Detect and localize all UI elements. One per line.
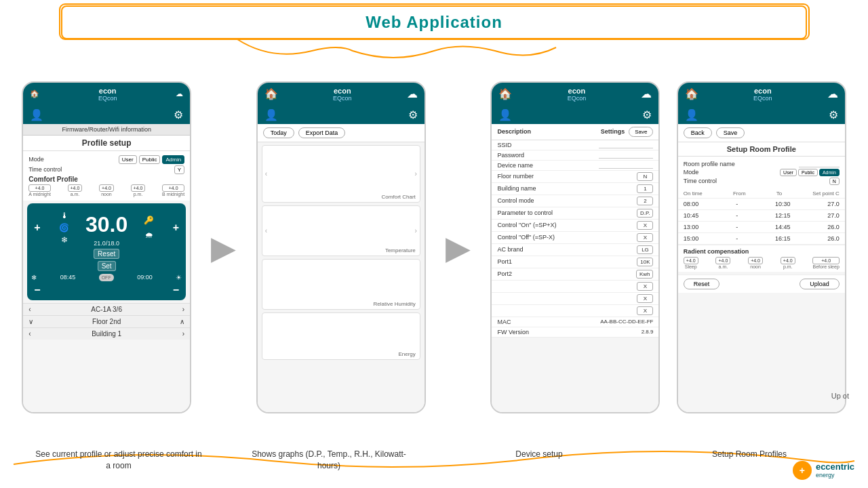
minus-btn-left[interactable]: − [31, 284, 43, 296]
phone2-header: 🏠 econ EQcon ☁ [258, 83, 425, 106]
comfort-btn-4: +4.0 B midnight [162, 184, 184, 197]
ac-brand-val[interactable]: LG [637, 245, 653, 254]
reset-set-row: Reset [31, 249, 182, 259]
desc-1: See current profile or adjust precise co… [34, 449, 203, 472]
humidity-chart: Relative Humidity [262, 259, 420, 310]
arrow-2: ▶ [442, 228, 474, 266]
chart2-nav-left[interactable]: ‹ [265, 227, 267, 235]
logo-text-area: eccentric energy [816, 462, 854, 479]
time-to-0: 10:30 [775, 201, 791, 207]
nav-left-chevron-1[interactable]: ‹ [28, 306, 31, 313]
chart1-nav-right[interactable]: › [414, 170, 416, 178]
p4-mode-label: Mode [684, 169, 699, 176]
nav-chevron-up[interactable]: ∧ [180, 318, 184, 325]
extra3-val[interactable]: X [637, 306, 653, 315]
extra1-val[interactable]: X [637, 282, 653, 291]
user-btn[interactable]: User [119, 155, 137, 164]
p3-row-mac: MAC AA-BB-CC-DD-EE-FF [492, 317, 658, 327]
plus-btn[interactable]: + [31, 222, 43, 234]
main-content: 🏠 econ EQcon ☁ 👤 ⚙ Firmware/Router/Wifi … [14, 51, 854, 474]
port2-val[interactable]: Kwh [636, 270, 654, 279]
nav-right-chevron-3[interactable]: › [182, 330, 184, 338]
plus-btn-right[interactable]: + [170, 222, 182, 234]
user-icon-3: 👤 [498, 108, 512, 121]
ctrl-on-val[interactable]: X [637, 221, 653, 230]
device-name-label: Device name [497, 162, 599, 169]
nav-chevron-down[interactable]: ∨ [28, 318, 33, 325]
p4-comfort-buttons: +4.0 Sleep +4.0 a.m. +4.0 noon +4.0 [684, 257, 840, 269]
settings-col-label: Settings [601, 128, 625, 135]
p4-time-ctrl-val[interactable]: N [829, 178, 840, 185]
p4-mode-buttons: User Public Admin [780, 169, 840, 176]
fan-icon: 🌀 [59, 223, 69, 232]
device-name-input[interactable] [599, 162, 653, 169]
admin-btn[interactable]: Admin [162, 155, 184, 164]
ssid-input[interactable] [599, 142, 653, 148]
phone-3: 🏠 econ EQcon ☁ 👤 ⚙ Description Settings … [490, 81, 660, 413]
control-box: + 🌡 🌀 ❄ 30.0 21.0/18.0 🔑 [27, 203, 186, 300]
time-row-2: 13:00 - 14:45 26.0 [678, 222, 845, 233]
chart1-nav-left[interactable]: ‹ [265, 170, 267, 178]
param-val[interactable]: D.P. [637, 209, 654, 218]
port1-val[interactable]: 10K [637, 258, 653, 266]
settings-icon: ⚙ [174, 108, 183, 121]
rain-icon: 🌧 [145, 230, 153, 240]
mode-row: Mode User Public Admin [28, 155, 184, 164]
today-btn[interactable]: Today [263, 127, 294, 138]
nav-right-chevron-1[interactable]: › [182, 306, 184, 313]
radient-btn-3: +4.0 p.m. [781, 257, 795, 269]
nav-row-3: ‹ Building 1 › [23, 327, 190, 340]
fw-val: 2.8.9 [642, 329, 654, 335]
password-input[interactable] [599, 152, 653, 159]
p4-admin-btn[interactable]: Admin [819, 169, 840, 176]
phone4-sublogo: EQcon [753, 95, 772, 102]
p3-row-ctrl-off: Control "Off" (=SP-X) X [492, 232, 658, 244]
public-btn[interactable]: Public [139, 155, 161, 164]
comfort-buttons: +4.0 A midnight +4.0 a.m. +4.0 noon +4 [28, 184, 184, 197]
room-profile-input[interactable] [799, 161, 840, 167]
time-control-label: Time control [28, 166, 62, 173]
time-from-2: 13:00 [684, 224, 699, 230]
floor-val[interactable]: N [637, 172, 653, 181]
phone2-sub-header: 👤 ⚙ [258, 106, 425, 124]
chart2-nav-right[interactable]: › [414, 227, 416, 235]
time-row-3: 15:00 - 16:15 26.0 [678, 233, 845, 245]
snowflake-icon: ❄ [31, 274, 37, 281]
thermometer-icon: 🌡 [60, 211, 68, 220]
p3-row-extra3: X [492, 305, 658, 317]
p4-reset-btn[interactable]: Reset [684, 279, 720, 289]
off-switch[interactable]: OFF [99, 274, 114, 281]
minus-btn-right[interactable]: − [170, 284, 182, 296]
time-control-val[interactable]: Y [174, 165, 184, 174]
logo-name: eccentric [816, 462, 854, 472]
mode-label: Mode [28, 156, 44, 163]
building-val[interactable]: 1 [637, 184, 653, 193]
fw-label: FW Version [497, 329, 641, 336]
p4-toolbar: Back Save [678, 124, 845, 142]
room-profile-row: Room profile name [684, 161, 840, 167]
p4-public-btn[interactable]: Public [798, 169, 818, 176]
export-btn[interactable]: Export Data [298, 127, 346, 138]
phone1-body: Firmware/Router/Wifi information Profile… [23, 124, 190, 412]
phone2-logo-area: econ EQcon [333, 87, 352, 102]
p3-row-extra1: X [492, 281, 658, 293]
control-mode-val[interactable]: 2 [637, 197, 653, 205]
p3-save-btn[interactable]: Save [629, 127, 653, 137]
extra2-val[interactable]: X [637, 294, 653, 303]
nav-left-chevron-3[interactable]: ‹ [28, 330, 31, 338]
desc-text-1: See current profile or adjust precise co… [35, 449, 201, 470]
time-dash-1: - [736, 212, 738, 219]
p4-user-btn[interactable]: User [780, 169, 797, 176]
phone1-header-icons: 🏠 [30, 89, 39, 98]
cloud-icon-2: ☁ [407, 87, 418, 100]
nav-label-3: Building 1 [92, 330, 121, 338]
set-btn[interactable]: Set [98, 261, 116, 271]
phone3-logo-area: econ EQcon [568, 87, 587, 102]
reset-btn[interactable]: Reset [94, 249, 119, 259]
p2-toolbar: Today Export Data [258, 124, 425, 142]
logo-sub: energy [816, 472, 854, 479]
p4-save-btn[interactable]: Save [716, 127, 745, 138]
p4-upload-btn[interactable]: Upload [800, 279, 840, 289]
ctrl-off-val[interactable]: X [637, 233, 653, 242]
p4-back-btn[interactable]: Back [684, 127, 712, 138]
